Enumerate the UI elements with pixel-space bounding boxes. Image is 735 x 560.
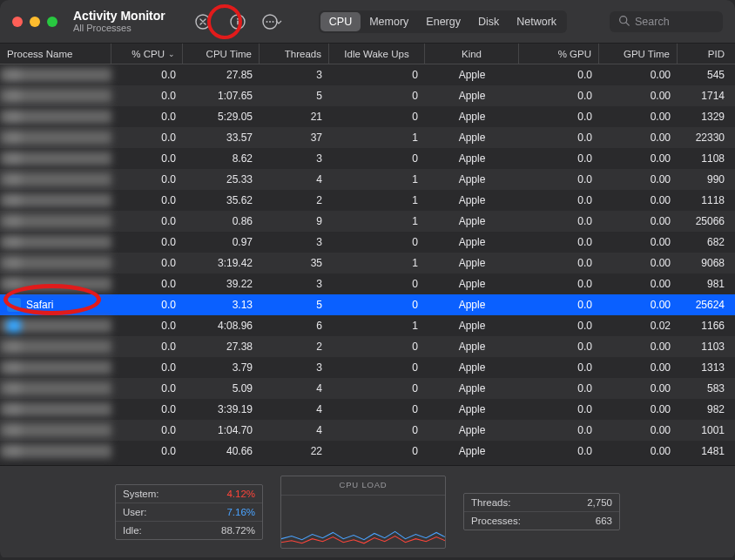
- cell-thread: 3: [260, 69, 329, 81]
- more-options-button[interactable]: [261, 10, 284, 33]
- cell-gtime: 0.00: [599, 361, 678, 374]
- cell-name: Safari: [0, 298, 111, 312]
- table-row[interactable]: ████████0.08.6230Apple0.00.001108: [0, 148, 735, 169]
- table-row[interactable]: ████████0.039.2230Apple0.00.00981: [0, 273, 735, 294]
- cell-thread: 3: [260, 361, 329, 374]
- cell-thread: 4: [260, 403, 329, 415]
- footer-stat-row: Processes:663: [464, 512, 619, 530]
- cell-gpu: 0.0: [519, 215, 599, 227]
- table-row[interactable]: ████████0.05.0940Apple0.00.00583: [0, 378, 735, 399]
- tab-network[interactable]: Network: [508, 12, 565, 31]
- svg-point-2: [237, 17, 239, 19]
- close-window-button[interactable]: [12, 17, 23, 27]
- cell-gpu: 0.0: [519, 173, 599, 186]
- table-row[interactable]: ████████0.00.9730Apple0.00.00682: [0, 232, 735, 253]
- column-header-gpu-time[interactable]: GPU Time: [599, 44, 678, 64]
- app-icon: [7, 131, 21, 145]
- cell-pid: 1166: [678, 320, 732, 332]
- cpu-stats-right: Threads:2,750Processes:663: [463, 493, 620, 530]
- info-button[interactable]: [226, 10, 249, 33]
- cell-gpu: 0.0: [519, 424, 599, 436]
- cell-wake: 0: [329, 424, 425, 436]
- cell-time: 33.57: [183, 132, 260, 144]
- cell-wake: 1: [329, 132, 425, 144]
- cell-gtime: 0.00: [599, 278, 678, 290]
- cell-kind: Apple: [425, 278, 519, 290]
- app-subtitle: All Processes: [73, 23, 165, 34]
- table-row[interactable]: ████████0.025.3341Apple0.00.00990: [0, 169, 735, 190]
- cell-wake: 0: [329, 236, 425, 248]
- cell-gtime: 0.00: [599, 215, 678, 227]
- table-row[interactable]: ████████0.027.8530Apple0.00.00545: [0, 64, 735, 85]
- table-row[interactable]: ████████0.01:04.7040Apple0.00.001001: [0, 420, 735, 441]
- column-header-idle-wake-ups[interactable]: Idle Wake Ups: [329, 44, 425, 64]
- cell-kind: Apple: [425, 132, 519, 144]
- app-icon: [7, 152, 21, 165]
- footer-stat-label: Processes:: [471, 516, 521, 526]
- cell-wake: 0: [329, 341, 425, 353]
- column-header-threads[interactable]: Threads: [260, 44, 329, 64]
- cell-thread: 3: [260, 236, 329, 248]
- cell-cpu: 0.0: [111, 173, 183, 186]
- column-header-label: % GPU: [558, 49, 591, 59]
- table-row[interactable]: ████████0.04:08.9661Apple0.00.021166: [0, 315, 735, 336]
- table-row[interactable]: ████████0.03:39.1940Apple0.00.00982: [0, 399, 735, 420]
- cell-name: ████████: [0, 340, 111, 354]
- column-header--gpu[interactable]: % GPU: [519, 44, 599, 64]
- cell-wake: 1: [329, 194, 425, 206]
- cell-gpu: 0.0: [519, 132, 599, 144]
- process-name-label: ████████: [26, 424, 85, 436]
- table-row[interactable]: Safari0.03.1350Apple0.00.0025624: [0, 294, 735, 315]
- table-row[interactable]: ████████0.035.6221Apple0.00.001118: [0, 190, 735, 211]
- tab-cpu[interactable]: CPU: [320, 12, 361, 31]
- column-header-label: % CPU: [131, 49, 165, 59]
- table-row[interactable]: ████████0.040.66220Apple0.00.001481: [0, 441, 735, 462]
- app-icon: [7, 444, 21, 458]
- column-header--cpu[interactable]: % CPU⌄: [111, 44, 183, 64]
- cell-gtime: 0.00: [599, 132, 678, 144]
- footer-stat-row: Idle:88.72%: [116, 522, 262, 539]
- cell-thread: 9: [260, 215, 329, 227]
- table-row[interactable]: ████████0.03:19.42351Apple0.00.009068: [0, 253, 735, 273]
- column-header-pid[interactable]: PID: [678, 44, 732, 64]
- cell-name: ████████: [0, 172, 111, 186]
- tab-bar: CPUMemoryEnergyDiskNetwork: [319, 10, 567, 33]
- table-row[interactable]: ████████0.03.7930Apple0.00.001313: [0, 357, 735, 378]
- column-header-kind[interactable]: Kind: [425, 44, 519, 64]
- tab-memory[interactable]: Memory: [361, 12, 417, 31]
- column-header-process-name[interactable]: Process Name: [0, 44, 111, 64]
- svg-rect-3: [237, 20, 239, 24]
- cell-kind: Apple: [425, 424, 519, 436]
- tab-disk[interactable]: Disk: [469, 12, 508, 31]
- cell-pid: 545: [678, 69, 732, 81]
- process-table[interactable]: ████████0.027.8530Apple0.00.00545███████…: [0, 64, 735, 465]
- cell-cpu: 0.0: [111, 194, 183, 206]
- column-header-label: GPU Time: [624, 49, 670, 59]
- table-row[interactable]: ████████0.05:29.05210Apple0.00.001329: [0, 106, 735, 127]
- search-field[interactable]: [610, 11, 723, 32]
- cell-cpu: 0.0: [111, 90, 183, 102]
- table-row[interactable]: ████████0.00.8691Apple0.00.0025066: [0, 211, 735, 232]
- cell-time: 3.79: [183, 361, 260, 374]
- stop-process-button[interactable]: [192, 10, 214, 33]
- column-header-cpu-time[interactable]: CPU Time: [183, 44, 260, 64]
- table-row[interactable]: ████████0.033.57371Apple0.00.0022330: [0, 127, 735, 148]
- cell-time: 3:39.19: [183, 403, 260, 415]
- table-row[interactable]: ████████0.027.3820Apple0.00.001103: [0, 336, 735, 357]
- cell-kind: Apple: [425, 111, 519, 123]
- table-row[interactable]: ████████0.01:07.6550Apple0.00.001714: [0, 85, 735, 106]
- cell-gtime: 0.00: [599, 445, 678, 457]
- cell-kind: Apple: [425, 445, 519, 457]
- cell-wake: 0: [329, 299, 425, 311]
- zoom-window-button[interactable]: [47, 17, 57, 27]
- app-icon: [7, 381, 21, 395]
- cell-cpu: 0.0: [111, 152, 183, 165]
- svg-point-5: [266, 21, 267, 23]
- cell-name: ████████: [0, 381, 111, 395]
- minimize-window-button[interactable]: [30, 17, 40, 27]
- tab-energy[interactable]: Energy: [417, 12, 469, 31]
- cell-cpu: 0.0: [111, 424, 183, 436]
- search-input[interactable]: [635, 16, 713, 28]
- cell-cpu: 0.0: [111, 69, 183, 81]
- cell-pid: 682: [678, 236, 732, 248]
